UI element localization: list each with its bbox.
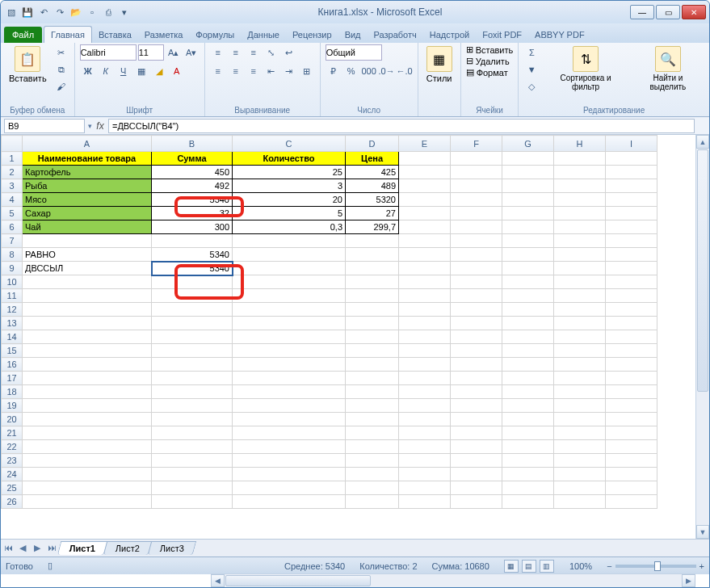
cell[interactable]: 27 [346,207,399,220]
qat-dropdown-icon[interactable]: ▾ [117,5,132,19]
currency-icon[interactable]: ₽ [326,63,342,79]
paste-button[interactable]: 📋 Вставить [6,44,50,85]
cell[interactable]: 5320 [346,193,399,207]
row-header[interactable]: 3 [2,179,23,193]
fx-icon[interactable]: fx [92,120,108,132]
tab-home[interactable]: Главная [44,26,92,43]
row-header[interactable]: 19 [2,399,23,413]
minimize-button[interactable]: — [630,5,654,19]
row-header[interactable]: 13 [2,317,23,330]
cell[interactable]: 425 [346,166,399,179]
align-center-icon[interactable]: ≡ [228,63,244,79]
row-header[interactable]: 15 [2,344,23,358]
name-box[interactable]: B9 [4,119,85,133]
col-header-f[interactable]: F [451,136,502,152]
sheet-tab[interactable]: Лист2 [103,541,153,555]
cell[interactable]: 5 [233,207,346,220]
redo-icon[interactable]: ↷ [53,5,67,19]
cell[interactable]: 20 [233,193,346,207]
cell[interactable]: Сумма [152,152,233,166]
cell[interactable]: ДВССЫЛ [23,262,152,275]
cell[interactable]: РАВНО [23,248,152,262]
bold-icon[interactable]: Ж [80,63,96,79]
indent-inc-icon[interactable]: ⇥ [281,63,297,79]
italic-icon[interactable]: К [98,63,114,79]
wrap-text-icon[interactable]: ↩ [281,44,297,61]
tab-file[interactable]: Файл [4,27,42,43]
merge-icon[interactable]: ⊞ [299,63,315,79]
shrink-font-icon[interactable]: A▾ [183,44,200,61]
view-page-layout-icon[interactable]: ▤ [522,560,536,573]
align-middle-icon[interactable]: ≡ [228,44,244,61]
row-header[interactable]: 7 [2,234,23,248]
col-header-d[interactable]: D [346,136,399,152]
zoom-in-icon[interactable]: + [699,561,704,571]
sheet-nav-last-icon[interactable]: ⏭ [44,543,59,553]
undo-icon[interactable]: ↶ [36,5,51,19]
comma-icon[interactable]: 000 [361,63,377,79]
fill-color-icon[interactable]: ◢ [151,63,167,79]
maximize-button[interactable]: ▭ [656,5,680,19]
cell[interactable]: 300 [152,220,233,234]
worksheet-grid[interactable]: A B C D E F G H I 1 Наименование товара … [1,135,709,539]
open-icon[interactable]: 📂 [69,5,83,19]
underline-icon[interactable]: Ч [116,63,132,79]
row-header[interactable]: 4 [2,193,23,207]
orientation-icon[interactable]: ⤡ [263,44,279,61]
row-header[interactable]: 18 [2,385,23,399]
cell[interactable]: 3 [233,179,346,193]
find-select-button[interactable]: 🔍 Найти и выделить [632,44,704,93]
format-painter-icon[interactable]: 🖌 [53,78,69,94]
formula-bar[interactable]: =ДВССЫЛ("B4") [108,119,695,133]
cut-icon[interactable]: ✂ [53,44,69,61]
row-header[interactable]: 1 [2,152,23,166]
row-header[interactable]: 2 [2,166,23,179]
row-header[interactable]: 10 [2,275,23,289]
close-button[interactable]: ✕ [682,5,706,19]
row-header[interactable]: 20 [2,413,23,426]
row-header[interactable]: 21 [2,426,23,440]
print-icon[interactable]: ⎙ [101,5,116,19]
row-header[interactable]: 24 [2,468,23,481]
col-header-c[interactable]: C [233,136,346,152]
cell[interactable]: 32 [152,207,233,220]
styles-button[interactable]: ▦ Стили [423,44,456,85]
save-icon[interactable]: 💾 [20,5,35,19]
row-header[interactable]: 23 [2,454,23,468]
scroll-thumb[interactable] [225,575,371,586]
autosum-icon[interactable]: Σ [523,44,540,61]
font-name-input[interactable] [80,44,137,61]
align-left-icon[interactable]: ≡ [210,63,226,79]
col-header-h[interactable]: H [554,136,606,152]
cell[interactable]: Мясо [23,193,152,207]
scroll-right-icon[interactable]: ▶ [682,574,695,587]
decimal-inc-icon[interactable]: .0→ [379,63,395,79]
scroll-up-icon[interactable]: ▲ [696,135,709,149]
cell[interactable]: 299,7 [346,220,399,234]
align-bottom-icon[interactable]: ≡ [246,44,262,61]
font-color-icon[interactable]: A [169,63,185,79]
cell[interactable]: Количество [233,152,346,166]
macro-record-icon[interactable]: ▯ [48,561,53,571]
sheet-tab[interactable]: Лист1 [57,541,108,555]
row-header[interactable]: 12 [2,303,23,317]
font-size-input[interactable] [138,44,164,61]
border-icon[interactable]: ▦ [133,63,149,79]
align-right-icon[interactable]: ≡ [246,63,262,79]
view-page-break-icon[interactable]: ▥ [540,560,554,573]
active-cell[interactable]: 5340 [152,262,233,275]
percent-icon[interactable]: % [343,63,359,79]
row-header[interactable]: 11 [2,289,23,303]
copy-icon[interactable]: ⧉ [53,61,69,78]
col-header-e[interactable]: E [399,136,451,152]
indent-dec-icon[interactable]: ⇤ [263,63,279,79]
tab-developer[interactable]: Разработч [368,27,423,43]
row-header[interactable]: 6 [2,220,23,234]
tab-layout[interactable]: Разметка [138,27,190,43]
row-header[interactable]: 9 [2,262,23,275]
sheet-tab[interactable]: Лист3 [148,541,197,555]
zoom-slider[interactable]: − + [607,561,704,571]
col-header-b[interactable]: B [152,136,233,152]
row-header[interactable]: 22 [2,440,23,454]
cell[interactable]: 492 [152,179,233,193]
